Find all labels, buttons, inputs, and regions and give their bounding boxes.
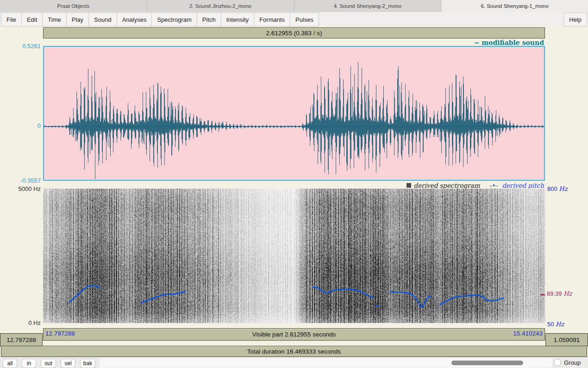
derived-pitch-contour <box>69 286 100 302</box>
window-start-time-box[interactable]: 12.797288 <box>0 333 43 346</box>
amplitude-max-label: 0.5261 <box>0 43 41 50</box>
tab-sound-shenyang-1-mono[interactable]: 6. Sound Shenyang-1_mono <box>441 0 588 12</box>
menu-file[interactable]: File <box>1 13 22 26</box>
spectrogram-swatch-icon <box>407 183 411 188</box>
menu-sound[interactable]: Sound <box>88 13 117 26</box>
analysis-legend: derived spectrogram –•– derived pitch <box>407 182 544 189</box>
pitch-right-top-label: 800 Hz <box>547 185 568 192</box>
menu-spectrogram[interactable]: Spectrogram <box>151 13 197 26</box>
menu-intensity[interactable]: Intensity <box>221 13 254 26</box>
zoom-all-button[interactable]: all <box>3 359 17 368</box>
menu-time[interactable]: Time <box>42 13 66 26</box>
pitch-cursor-value-label: 89.39 Hz <box>547 290 572 297</box>
time-scrollbar-thumb[interactable] <box>451 361 523 365</box>
tab-sound-shenyang-2-mono[interactable]: 4. Sound Shenyang-2_mono <box>294 0 442 12</box>
tab-praat-objects[interactable]: Praat Objects <box>0 0 147 12</box>
praat-sound-editor-window: Praat Objects 2. Sound Jinzhou-2_mono 4.… <box>0 0 588 368</box>
time-scrollbar-track[interactable] <box>100 358 552 368</box>
menu-analyses[interactable]: Analyses <box>117 13 152 26</box>
zoom-out-button[interactable]: out <box>41 359 56 368</box>
modifiable-sound-label: ~ modifiable sound <box>474 39 544 46</box>
pitch-right-bottom-label: 50 Hz <box>547 321 564 328</box>
spectrogram-panel[interactable] <box>43 189 545 323</box>
tilde-icon: ~ <box>474 39 480 46</box>
waveform-canvas[interactable] <box>44 47 544 180</box>
amplitude-min-label: -0.3557 <box>0 177 41 184</box>
window-remainder-time-box[interactable]: 1.059091 <box>545 333 588 346</box>
derived-pitch-contour <box>440 295 504 305</box>
pitch-contour-overlay <box>43 189 545 323</box>
derived-pitch-contour <box>390 292 432 307</box>
menu-pulses[interactable]: Pulses <box>290 13 319 26</box>
legend-derived-spectrogram: derived spectrogram <box>414 182 480 189</box>
zoom-in-button[interactable]: in <box>22 359 36 368</box>
waveform-panel[interactable] <box>43 46 545 181</box>
menu-play[interactable]: Play <box>66 13 89 26</box>
menu-formants[interactable]: Formants <box>254 13 290 26</box>
freq-left-bottom-label: 0 Hz <box>0 319 41 326</box>
menu-bar: File Edit Time Play Sound Analyses Spect… <box>0 12 588 26</box>
selection-duration-bar[interactable]: 2.612955 (0.383 / s) <box>43 27 545 38</box>
menu-help[interactable]: Help <box>563 13 587 26</box>
visible-end-time: 15.410243 <box>513 330 543 337</box>
menu-edit[interactable]: Edit <box>21 13 43 26</box>
group-checkbox[interactable] <box>554 359 561 366</box>
group-checkbox-label: Group <box>564 359 581 366</box>
visible-part-bar[interactable]: 12.797288 Visible part 2.612955 seconds … <box>43 328 545 341</box>
zoom-bak-button[interactable]: bak <box>80 359 95 368</box>
amplitude-zero-label: 0 <box>0 122 41 129</box>
pitch-line-icon: –•– <box>489 182 498 189</box>
tab-sound-jinzhou-2-mono[interactable]: 2. Sound Jinzhou-2_mono <box>147 0 294 12</box>
visible-part-text: Visible part 2.612955 seconds <box>252 331 336 338</box>
derived-pitch-contour <box>141 292 185 303</box>
tab-bar: Praat Objects 2. Sound Jinzhou-2_mono 4.… <box>0 0 588 13</box>
visible-start-time: 12.797288 <box>45 330 75 337</box>
bottom-control-bar: all in out sel bak Group <box>0 357 588 368</box>
zoom-sel-button[interactable]: sel <box>61 359 75 368</box>
total-duration-bar[interactable]: Total duration 16.469333 seconds <box>1 346 587 357</box>
menu-row: File Edit Time Play Sound Analyses Spect… <box>1 12 319 26</box>
freq-left-top-label: 5000 Hz <box>0 185 41 192</box>
legend-derived-pitch: –•– derived pitch <box>489 182 544 189</box>
derived-pitch-contour <box>313 287 373 298</box>
menu-pitch[interactable]: Pitch <box>197 13 221 26</box>
